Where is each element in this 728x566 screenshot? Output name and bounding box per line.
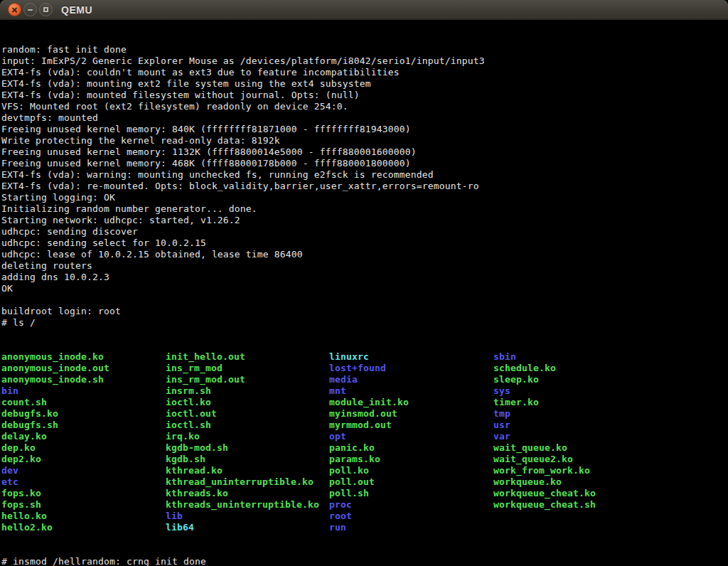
file-entry-exec: kthread.ko (166, 465, 329, 476)
file-entry-dir: lost+found (329, 363, 493, 374)
file-entry-dir: root (329, 511, 493, 522)
file-entry-exec: myinsmod.out (329, 408, 493, 420)
console-line: Initializing random number generator... … (1, 203, 728, 215)
file-entry-exec: schedule.ko (493, 363, 728, 374)
file-entry-exec: dep.ko (1, 442, 166, 454)
file-listing-row: bininsrm.shmntsys (1, 385, 728, 397)
file-entry-exec: kthread_uninterruptible.ko (166, 476, 329, 488)
file-listing-row: fops.shkthreads_uninterruptible.koprocwo… (1, 499, 728, 511)
file-entry-dir: etc (1, 476, 166, 488)
console-line: OK (1, 283, 728, 294)
file-listing-row: delay.koirq.kooptvar (1, 431, 728, 442)
file-entry-dir: media (329, 374, 493, 385)
file-entry-exec: insrm.sh (166, 385, 329, 397)
file-entry-exec: wait_queue.ko (493, 442, 728, 454)
file-entry-exec: work_from_work.ko (493, 465, 728, 476)
console-line: EXT4-fs (vda): couldn't mount as ext3 du… (1, 67, 728, 78)
file-entry-dir: opt (329, 431, 493, 442)
file-entry-dir: run (329, 522, 493, 533)
file-entry-exec: fops.ko (1, 488, 166, 499)
file-listing-row: devkthread.kopoll.kowork_from_work.ko (1, 465, 728, 476)
file-entry-exec: anonymous_inode.ko (1, 351, 166, 363)
file-entry-exec: hello2.ko (1, 522, 166, 533)
file-entry-exec: irq.ko (166, 431, 329, 442)
file-listing-row: dep2.kokgdb.shparams.kowait_queue2.ko (1, 454, 728, 465)
console-line: EXT4-fs (vda): warning: mounting uncheck… (1, 169, 728, 181)
file-entry-exec: myrmmod.out (329, 420, 493, 431)
file-entry-exec: ins_rm_mod.out (166, 374, 329, 385)
console-line: # ls / (1, 317, 728, 329)
file-entry-exec: timer.ko (493, 397, 728, 408)
file-entry-dir: proc (329, 499, 493, 511)
console-line: EXT4-fs (vda): mounted filesystem withou… (1, 90, 728, 101)
console-line: Starting logging: OK (1, 192, 728, 203)
file-listing: anonymous_inode.koinit_hello.outlinuxrcs… (1, 351, 728, 533)
file-listing-row: fops.kokthreads.kopoll.shworkqueue_cheat… (1, 488, 728, 499)
file-entry-exec: params.ko (329, 454, 493, 465)
minimize-button[interactable] (23, 3, 37, 16)
console-line: EXT4-fs (vda): re-mounted. Opts: block_v… (1, 181, 728, 192)
file-entry-dir: lib (166, 511, 329, 522)
console-line: Starting network: udhcpc: started, v1.26… (1, 215, 728, 226)
file-entry-exec: count.sh (1, 397, 166, 408)
file-listing-row: anonymous_inode.outins_rm_modlost+founds… (1, 363, 728, 374)
file-entry-dir: sys (493, 385, 728, 397)
console-line: Freeing unused kernel memory: 468K (ffff… (1, 158, 728, 169)
terminal-console[interactable]: random: fast init doneinput: ImExPS/2 Ge… (0, 20, 728, 566)
file-entry-exec: module_init.ko (329, 397, 493, 408)
file-entry-exec: panic.ko (329, 442, 493, 454)
file-listing-row: anonymous_inode.koinit_hello.outlinuxrcs… (1, 351, 728, 363)
file-entry-exec: dep2.ko (1, 454, 166, 465)
file-listing-row: debugfs.shioctl.shmyrmmod.outusr (1, 420, 728, 431)
file-entry-exec: workqueue_cheat.sh (493, 499, 728, 511)
file-entry-exec: anonymous_inode.sh (1, 374, 166, 385)
console-line: udhcpc: sending select for 10.0.2.15 (1, 237, 728, 249)
file-entry-exec: delay.ko (1, 431, 166, 442)
close-button[interactable] (8, 3, 21, 16)
file-entry-dir: dev (1, 465, 166, 476)
file-entry-exec: ins_rm_mod (166, 363, 329, 374)
file-entry-symlink: linuxrc (329, 351, 493, 363)
file-entry-exec: fops.sh (1, 499, 166, 511)
file-entry-exec: poll.ko (329, 465, 493, 476)
close-icon (12, 7, 18, 13)
maximize-icon (43, 7, 48, 12)
file-entry-exec: debugfs.ko (1, 408, 166, 420)
console-line: udhcpc: sending discover (1, 226, 728, 237)
file-listing-row: count.shioctl.komodule_init.kotimer.ko (1, 397, 728, 408)
console-line (1, 294, 728, 306)
console-line: Freeing unused kernel memory: 1132K (fff… (1, 146, 728, 158)
console-line: VFS: Mounted root (ext2 filesystem) read… (1, 101, 728, 112)
file-entry-dir: tmp (493, 408, 728, 420)
file-entry-exec: kthreads_uninterruptible.ko (166, 499, 329, 511)
file-listing-row: etckthread_uninterruptible.kopoll.outwor… (1, 476, 728, 488)
console-line: adding dns 10.0.2.3 (1, 272, 728, 283)
file-entry-exec: poll.sh (329, 488, 493, 499)
file-entry-dir: sbin (493, 351, 728, 363)
console-line: Write protecting the kernel read-only da… (1, 135, 728, 146)
console-line: input: ImExPS/2 Generic Explorer Mouse a… (1, 55, 728, 67)
console-line: deleting routers (1, 260, 728, 272)
file-entry-exec: ioctl.out (166, 408, 329, 420)
file-listing-row: debugfs.koioctl.outmyinsmod.outtmp (1, 408, 728, 420)
file-entry-dir: bin (1, 385, 166, 397)
file-entry-exec: init_hello.out (166, 351, 329, 363)
console-line: random: fast init done (1, 44, 728, 55)
console-line: EXT4-fs (vda): mounting ext2 file system… (1, 78, 728, 90)
file-entry-exec: ioctl.ko (166, 397, 329, 408)
shell-log: # insmod /hellrandom: crng init done# in… (1, 556, 728, 566)
minimize-icon (28, 9, 33, 11)
file-entry-exec: hello.ko (1, 511, 166, 522)
file-entry-exec: wait_queue2.ko (493, 454, 728, 465)
file-entry-exec: anonymous_inode.out (1, 363, 166, 374)
window-title: QEMU (61, 4, 92, 16)
file-listing-row: dep.kokgdb-mod.shpanic.kowait_queue.ko (1, 442, 728, 454)
file-entry-exec: debugfs.sh (1, 420, 166, 431)
window-titlebar: QEMU (0, 0, 728, 20)
file-entry-exec: kgdb.sh (166, 454, 329, 465)
console-line: buildroot login: root (1, 306, 728, 317)
console-line: devtmpfs: mounted (1, 112, 728, 124)
file-entry-exec: kthreads.ko (166, 488, 329, 499)
file-listing-row: hello2.kolib64run (1, 522, 728, 533)
maximize-button[interactable] (39, 3, 53, 16)
